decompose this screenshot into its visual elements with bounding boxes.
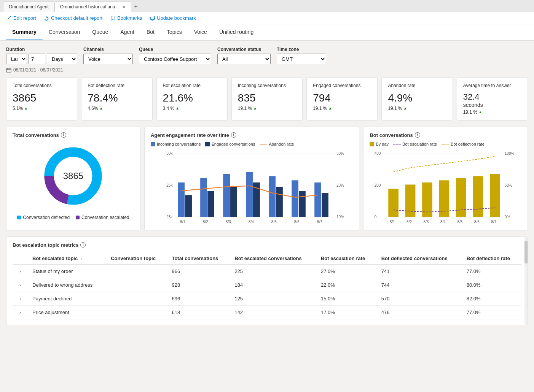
legend-abandon: Abandon rate bbox=[260, 142, 294, 146]
tab-bot[interactable]: Bot bbox=[140, 24, 161, 40]
info-icon[interactable]: i bbox=[231, 132, 236, 138]
info-icon[interactable]: i bbox=[80, 242, 86, 248]
channels-filter: Channels Voice bbox=[83, 47, 133, 64]
bot-conversations-chart-area: 400 200 0 100% 50% 0% bbox=[370, 149, 521, 225]
engaged-color bbox=[205, 142, 210, 146]
th-bot-escalated-topic[interactable]: Bot escalated topic ↑ bbox=[28, 252, 106, 265]
escalation-rate-cell: 17.0% bbox=[316, 305, 377, 319]
svg-text:8/1: 8/1 bbox=[390, 219, 395, 224]
tab-conversation[interactable]: Conversation bbox=[43, 24, 86, 40]
legend-escalated: Conversation escalated bbox=[76, 215, 129, 220]
queue-select[interactable]: Contoso Coffee Support bbox=[139, 54, 211, 64]
escalated-color bbox=[76, 216, 80, 219]
kpi-change: 19.1 % ▲ bbox=[388, 106, 446, 111]
total-cell: 966 bbox=[167, 264, 230, 278]
bar-incoming-5 bbox=[269, 176, 276, 217]
scrollbar-thumb[interactable] bbox=[524, 241, 528, 263]
th-bot-escalation-rate: Bot escalation rate bbox=[316, 252, 377, 265]
kpi-value: 78.4% bbox=[88, 92, 146, 104]
kpi-incoming-conversations: Incoming conversations 835 19.1 % ▲ bbox=[231, 77, 303, 121]
duration-value-input[interactable] bbox=[29, 54, 45, 64]
incoming-color bbox=[151, 142, 155, 146]
checkout-default-button[interactable]: Checkout default report bbox=[44, 15, 102, 21]
total-conversations-chart: Total conversations i 3865 bbox=[6, 127, 140, 230]
arrow-up-icon: ▲ bbox=[253, 106, 257, 110]
tab-omnichannel-historical[interactable]: Omnichannel historical ana... ✕ bbox=[54, 2, 131, 12]
svg-text:0%: 0% bbox=[505, 215, 510, 219]
info-icon[interactable]: i bbox=[415, 132, 420, 138]
svg-text:50k: 50k bbox=[166, 151, 173, 155]
scrollbar-track[interactable] bbox=[524, 237, 528, 325]
kpi-change: 3.4 % ▲ bbox=[163, 106, 221, 111]
topic-cell: Status of my order bbox=[28, 264, 106, 278]
filter-bar: Duration Last Days Channels Voice Queue … bbox=[6, 47, 528, 64]
expand-cell: › bbox=[13, 264, 28, 278]
escalation-rate-cell: 22.0% bbox=[316, 278, 377, 292]
tab-omnichannel-agent[interactable]: Omnichannel Agent bbox=[3, 2, 54, 12]
conv-topic-cell bbox=[106, 305, 167, 319]
expand-button[interactable]: › bbox=[17, 282, 23, 288]
th-total-conversations: Total conversations bbox=[167, 252, 230, 265]
expand-button[interactable]: › bbox=[17, 310, 23, 315]
kpi-total-conversations: Total conversations 3865 5.1% ▲ bbox=[6, 77, 77, 121]
expand-button[interactable]: › bbox=[17, 296, 23, 302]
tab-queue[interactable]: Queue bbox=[86, 24, 114, 40]
kpi-value: 4.9% bbox=[388, 92, 446, 104]
bar-day-6 bbox=[473, 176, 483, 217]
arrow-up-icon: ▲ bbox=[99, 106, 103, 110]
abandon-color bbox=[260, 144, 267, 144]
tab-agent[interactable]: Agent bbox=[114, 24, 140, 40]
expand-button[interactable]: › bbox=[17, 269, 23, 274]
kpi-row: Total conversations 3865 5.1% ▲ Bot defl… bbox=[6, 77, 528, 121]
svg-text:8/2: 8/2 bbox=[203, 219, 208, 224]
deflected-cell: 744 bbox=[377, 278, 462, 292]
add-tab-button[interactable]: + bbox=[131, 2, 141, 12]
conv-status-select[interactable]: All bbox=[217, 54, 271, 64]
info-icon[interactable]: i bbox=[61, 132, 66, 138]
svg-rect-0 bbox=[6, 68, 11, 72]
arrow-up-icon: ▲ bbox=[328, 106, 332, 110]
tab-topics[interactable]: Topics bbox=[161, 24, 188, 40]
bar-day-4 bbox=[439, 180, 450, 217]
sort-icon: ↑ bbox=[80, 257, 82, 261]
arrow-up-icon: ▲ bbox=[403, 106, 407, 110]
edit-report-button[interactable]: Edit report bbox=[6, 15, 36, 21]
update-icon bbox=[150, 16, 155, 21]
bookmarks-button[interactable]: Bookmarks bbox=[110, 15, 142, 21]
total-cell: 928 bbox=[167, 278, 230, 292]
duration-prefix-select[interactable]: Last bbox=[6, 54, 27, 64]
close-icon[interactable]: ✕ bbox=[122, 5, 126, 10]
bar-day-5 bbox=[456, 178, 466, 217]
bar-incoming-1 bbox=[178, 182, 185, 217]
bar-incoming-2 bbox=[200, 178, 207, 217]
topic-cell: Delivered to wrong address bbox=[28, 278, 106, 292]
svg-text:8/5: 8/5 bbox=[457, 219, 463, 224]
svg-text:50%: 50% bbox=[505, 183, 512, 187]
legend-engaged: Engaged conversations bbox=[205, 142, 255, 146]
duration-unit-select[interactable]: Days bbox=[47, 54, 77, 64]
pencil-icon bbox=[6, 16, 11, 21]
th-expand bbox=[13, 252, 28, 265]
deflected-cell: 476 bbox=[377, 305, 462, 319]
kpi-change: 19.1 % ▲ bbox=[313, 106, 371, 111]
svg-text:8/3: 8/3 bbox=[424, 219, 429, 224]
svg-text:8/1: 8/1 bbox=[180, 219, 185, 224]
svg-text:10%: 10% bbox=[336, 215, 344, 219]
bar-incoming-6 bbox=[292, 180, 298, 217]
timezone-select[interactable]: GMT bbox=[277, 54, 326, 64]
svg-text:100%: 100% bbox=[505, 151, 515, 155]
topic-cell: Payment declined bbox=[28, 292, 106, 305]
conv-status-filter: Conversation status All bbox=[217, 47, 271, 64]
bar-engaged-1 bbox=[185, 195, 192, 217]
tab-summary[interactable]: Summary bbox=[6, 24, 43, 40]
tab-voice[interactable]: Voice bbox=[188, 24, 213, 40]
tab-unified-routing[interactable]: Unified routing bbox=[213, 24, 260, 40]
channels-select[interactable]: Voice bbox=[83, 54, 133, 64]
update-bookmark-button[interactable]: Update bookmark bbox=[150, 15, 196, 21]
table-row: › Delivered to wrong address 928 184 22.… bbox=[13, 278, 521, 292]
kpi-bot-escalation-rate: Bot escalation rate 21.6% 3.4 % ▲ bbox=[156, 77, 228, 121]
bar-day-2 bbox=[405, 184, 416, 217]
expand-cell: › bbox=[13, 305, 28, 319]
kpi-title: Engaged conversations bbox=[313, 83, 371, 89]
chart-title: Bot conversations i bbox=[370, 132, 521, 138]
